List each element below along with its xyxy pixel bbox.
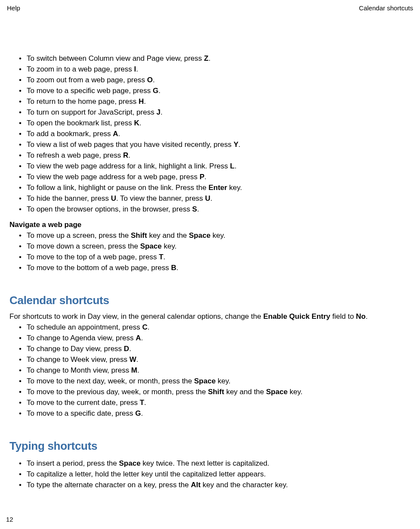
list-item: To schedule an appointment, press C. bbox=[9, 322, 411, 333]
list-item: To type the alternate character on a key… bbox=[9, 479, 411, 490]
list-item: To zoom in to a web page, press I. bbox=[9, 64, 411, 75]
list-item: To return to the home page, press H. bbox=[9, 96, 411, 107]
list-item: To change to Agenda view, press A. bbox=[9, 333, 411, 343]
list-item: To move to a specific date, press G. bbox=[9, 408, 411, 419]
list-item: To follow a link, highlight or pause on … bbox=[9, 182, 411, 193]
list-item: To hide the banner, press U. To view the… bbox=[9, 193, 411, 204]
list-item: To view a list of web pages that you hav… bbox=[9, 139, 411, 150]
list-item: To open the bookmark list, press K. bbox=[9, 118, 411, 128]
calendar-shortcuts-heading: Calendar shortcuts bbox=[9, 294, 411, 307]
calendar-lead: For shortcuts to work in Day view, in th… bbox=[9, 312, 411, 321]
navigate-list: To move up a screen, press the Shift key… bbox=[9, 230, 411, 273]
typing-list: To insert a period, press the Space key … bbox=[9, 458, 411, 490]
typing-shortcuts-heading: Typing shortcuts bbox=[9, 439, 411, 453]
list-item: To insert a period, press the Space key … bbox=[9, 458, 411, 469]
header-left: Help bbox=[7, 4, 20, 12]
list-item: To move to the current date, press T. bbox=[9, 397, 411, 408]
list-item: To move to a specific web page, press G. bbox=[9, 85, 411, 96]
navigate-subhead: Navigate a web page bbox=[9, 221, 411, 229]
list-item: To move to the bottom of a web page, pre… bbox=[9, 262, 411, 273]
calendar-list: To schedule an appointment, press C.To c… bbox=[9, 322, 411, 419]
list-item: To move to the previous day, week, or mo… bbox=[9, 386, 411, 397]
list-item: To move up a screen, press the Shift key… bbox=[9, 230, 411, 241]
list-item: To zoom out from a web page, press O. bbox=[9, 75, 411, 85]
list-item: To refresh a web page, press R. bbox=[9, 150, 411, 161]
browser-shortcut-list: To switch between Column view and Page v… bbox=[9, 53, 411, 215]
list-item: To move down a screen, press the Space k… bbox=[9, 241, 411, 252]
page-number: 12 bbox=[6, 516, 13, 523]
header-right: Calendar shortcuts bbox=[359, 4, 413, 12]
list-item: To change to Week view, press W. bbox=[9, 354, 411, 365]
list-item: To move to the next day, week, or month,… bbox=[9, 376, 411, 386]
list-item: To view the web page address for a web p… bbox=[9, 171, 411, 182]
list-item: To switch between Column view and Page v… bbox=[9, 53, 411, 64]
list-item: To change to Month view, press M. bbox=[9, 365, 411, 376]
list-item: To move to the top of a web page, press … bbox=[9, 252, 411, 262]
list-item: To turn on support for JavaScript, press… bbox=[9, 107, 411, 118]
list-item: To open the browser options, in the brow… bbox=[9, 204, 411, 215]
list-item: To capitalize a letter, hold the letter … bbox=[9, 469, 411, 479]
list-item: To add a bookmark, press A. bbox=[9, 128, 411, 139]
list-item: To change to Day view, press D. bbox=[9, 343, 411, 354]
list-item: To view the web page address for a link,… bbox=[9, 161, 411, 171]
